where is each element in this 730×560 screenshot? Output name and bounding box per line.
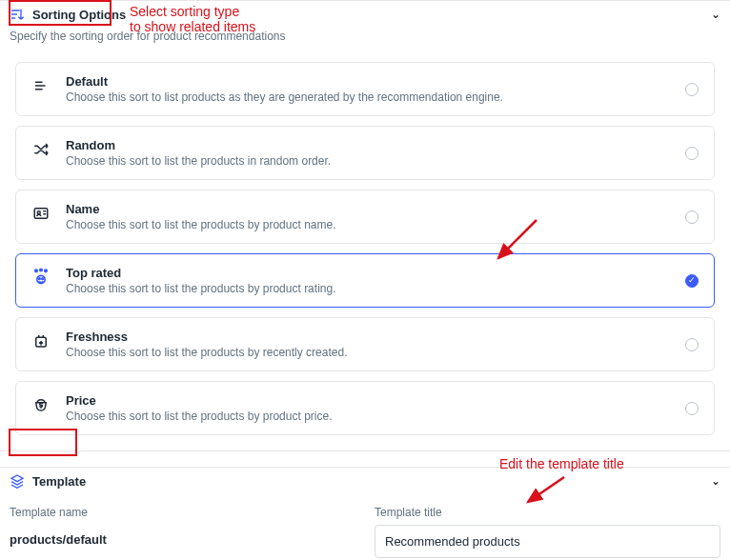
freshness-icon xyxy=(31,331,51,350)
template-name-label: Template name xyxy=(10,506,355,519)
option-title: Random xyxy=(66,138,331,152)
template-title-label: Template title xyxy=(375,506,720,519)
svg-point-4 xyxy=(45,270,48,272)
price-icon xyxy=(31,395,51,414)
top-rated-icon xyxy=(31,268,51,287)
option-title: Top rated xyxy=(66,266,335,280)
template-panel: Template ⌄ Template name products/defaul… xyxy=(0,467,730,560)
template-title-input[interactable] xyxy=(375,525,720,558)
sorting-options-description: Specify the sorting order for product re… xyxy=(0,28,730,52)
option-desc: Choose this sort to list products as the… xyxy=(66,90,503,104)
default-sort-icon xyxy=(31,76,51,95)
option-title: Price xyxy=(66,393,332,408)
radio-unchecked-icon xyxy=(685,338,699,351)
option-desc: Choose this sort to list the products by… xyxy=(66,218,335,231)
sorting-options-panel: Sorting Options ⌄ Specify the sorting or… xyxy=(0,0,730,451)
template-name-value: products/default xyxy=(10,525,355,554)
sort-icon xyxy=(10,7,25,22)
option-desc: Choose this sort to list the products by… xyxy=(66,282,335,295)
template-name-field: Template name products/default xyxy=(10,506,355,558)
sort-option-name[interactable]: Name Choose this sort to list the produc… xyxy=(15,190,715,244)
template-title-field: Template title xyxy=(375,506,720,558)
shuffle-icon xyxy=(31,140,51,159)
sort-option-random[interactable]: Random Choose this sort to list the prod… xyxy=(15,126,715,180)
sort-option-default[interactable]: Default Choose this sort to list product… xyxy=(15,62,715,116)
chevron-down-icon: ⌄ xyxy=(711,474,720,488)
sort-option-freshness[interactable]: Freshness Choose this sort to list the p… xyxy=(15,317,715,371)
sorting-options-header[interactable]: Sorting Options ⌄ xyxy=(0,1,730,28)
option-title: Name xyxy=(66,202,335,216)
chevron-down-icon: ⌄ xyxy=(711,8,720,21)
svg-point-6 xyxy=(39,278,41,280)
sort-option-top-rated[interactable]: Top rated Choose this sort to list the p… xyxy=(15,253,715,308)
radio-unchecked-icon xyxy=(685,210,699,224)
radio-unchecked-icon xyxy=(685,402,699,415)
template-title: Template xyxy=(32,474,86,489)
option-desc: Choose this sort to list the products by… xyxy=(66,346,347,359)
radio-checked-icon xyxy=(685,274,699,288)
name-card-icon xyxy=(31,204,51,223)
option-desc: Choose this sort to list the products in… xyxy=(66,154,331,168)
template-header[interactable]: Template ⌄ xyxy=(0,468,730,494)
option-title: Default xyxy=(66,74,503,89)
radio-unchecked-icon xyxy=(685,83,699,96)
sorting-options-title: Sorting Options xyxy=(32,8,126,22)
svg-point-2 xyxy=(35,270,38,272)
layers-icon xyxy=(10,473,25,489)
option-desc: Choose this sort to list the products by… xyxy=(66,410,332,423)
radio-unchecked-icon xyxy=(685,147,699,160)
svg-point-1 xyxy=(37,211,40,214)
svg-point-3 xyxy=(40,269,43,271)
option-title: Freshness xyxy=(66,330,347,344)
svg-point-7 xyxy=(42,278,44,280)
sort-option-price[interactable]: Price Choose this sort to list the produ… xyxy=(15,381,715,435)
